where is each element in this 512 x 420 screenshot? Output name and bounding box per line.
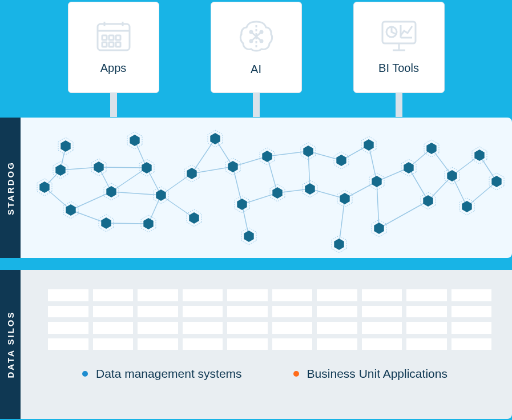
svg-marker-80 bbox=[106, 186, 116, 197]
bi-monitor-icon bbox=[381, 21, 417, 51]
silo-cell bbox=[451, 338, 492, 350]
card-apps: Apps bbox=[68, 2, 159, 93]
svg-line-59 bbox=[409, 168, 428, 201]
silo-cell bbox=[138, 306, 178, 318]
silo-cell bbox=[272, 306, 313, 318]
svg-line-61 bbox=[432, 148, 452, 176]
silo-cell bbox=[138, 338, 178, 350]
architecture-diagram: Apps AI bbox=[0, 0, 512, 420]
svg-marker-116 bbox=[364, 139, 373, 151]
svg-line-40 bbox=[192, 167, 233, 173]
svg-marker-100 bbox=[244, 231, 253, 242]
graph-node bbox=[241, 228, 256, 245]
silo-cell bbox=[317, 289, 357, 301]
silo-cell bbox=[183, 338, 223, 350]
graph-node bbox=[58, 138, 73, 155]
card-bi-label: BI Tools bbox=[378, 62, 419, 75]
svg-line-51 bbox=[310, 189, 345, 199]
data-silos-band: DATA SILOS Data management systems Busin… bbox=[0, 270, 512, 419]
silo-cell bbox=[362, 338, 402, 350]
svg-marker-114 bbox=[334, 239, 344, 250]
brain-ai-icon bbox=[239, 19, 274, 52]
svg-marker-86 bbox=[143, 218, 153, 229]
silo-cell bbox=[362, 322, 402, 334]
svg-line-37 bbox=[161, 195, 194, 218]
silo-cell bbox=[272, 322, 313, 334]
knowledge-graph bbox=[21, 118, 512, 258]
silo-cell bbox=[451, 306, 492, 318]
graph-node bbox=[401, 159, 416, 176]
svg-line-38 bbox=[161, 173, 192, 195]
graph-node bbox=[208, 130, 223, 147]
svg-line-28 bbox=[71, 192, 111, 210]
svg-line-35 bbox=[106, 223, 148, 224]
silo-cell bbox=[451, 322, 492, 334]
svg-marker-98 bbox=[237, 199, 247, 210]
legend-dms-label: Data management systems bbox=[96, 367, 242, 381]
svg-marker-132 bbox=[474, 150, 484, 161]
svg-line-63 bbox=[452, 176, 467, 207]
bullet-icon bbox=[82, 371, 88, 377]
silo-cell bbox=[227, 322, 268, 334]
graph-node bbox=[337, 190, 352, 207]
graph-node bbox=[270, 184, 285, 201]
svg-marker-134 bbox=[491, 176, 501, 187]
silo-cell bbox=[48, 306, 88, 318]
connector-apps bbox=[110, 92, 117, 117]
silo-cell bbox=[48, 338, 88, 350]
graph-node bbox=[187, 209, 201, 227]
graph-node bbox=[260, 148, 275, 165]
stardog-band-label: STARDOG bbox=[6, 161, 15, 215]
svg-line-27 bbox=[71, 210, 106, 223]
svg-marker-76 bbox=[94, 161, 103, 173]
silo-cell bbox=[183, 289, 223, 301]
svg-marker-102 bbox=[262, 151, 272, 162]
svg-rect-6 bbox=[116, 35, 120, 40]
graph-node bbox=[424, 140, 439, 157]
silo-cell bbox=[406, 306, 447, 318]
svg-marker-74 bbox=[66, 204, 75, 216]
silo-grid bbox=[48, 289, 491, 350]
card-ai: AI bbox=[211, 2, 302, 93]
svg-marker-120 bbox=[374, 223, 384, 234]
svg-line-56 bbox=[377, 181, 379, 228]
card-ai-label: AI bbox=[251, 63, 261, 76]
graph-node bbox=[127, 132, 142, 149]
svg-rect-9 bbox=[116, 42, 120, 47]
graph-node bbox=[459, 198, 474, 215]
silo-cell bbox=[317, 306, 357, 318]
silo-cell bbox=[317, 322, 357, 334]
graph-node bbox=[225, 158, 240, 175]
graph-node bbox=[361, 136, 376, 154]
svg-marker-92 bbox=[189, 212, 199, 224]
stardog-band-tab: STARDOG bbox=[0, 118, 21, 258]
svg-line-66 bbox=[467, 181, 497, 207]
graph-node bbox=[334, 152, 349, 169]
svg-rect-5 bbox=[109, 35, 114, 40]
svg-marker-96 bbox=[228, 161, 237, 172]
graph-node bbox=[472, 147, 487, 164]
silo-cell bbox=[227, 306, 268, 318]
svg-marker-110 bbox=[340, 193, 349, 204]
svg-line-25 bbox=[61, 167, 99, 170]
silo-cell bbox=[451, 289, 492, 301]
calendar-apps-icon bbox=[96, 21, 131, 51]
silo-cell bbox=[272, 338, 313, 350]
svg-marker-94 bbox=[210, 133, 220, 144]
legend-bua-label: Business Unit Applications bbox=[307, 367, 448, 381]
svg-marker-84 bbox=[142, 162, 151, 173]
graph-node bbox=[184, 165, 199, 182]
graph-node bbox=[332, 236, 346, 253]
silo-cell bbox=[227, 289, 268, 301]
consumer-cards-row: Apps AI bbox=[0, 0, 512, 97]
svg-marker-104 bbox=[272, 187, 282, 199]
svg-rect-7 bbox=[102, 42, 107, 47]
silo-cell bbox=[406, 289, 447, 301]
graph-node bbox=[489, 173, 504, 190]
svg-line-31 bbox=[111, 168, 147, 192]
svg-marker-106 bbox=[303, 146, 313, 157]
graph-node bbox=[235, 196, 249, 213]
card-bi: BI Tools bbox=[353, 2, 445, 93]
silo-cell bbox=[48, 289, 88, 301]
silo-cell bbox=[138, 322, 178, 334]
